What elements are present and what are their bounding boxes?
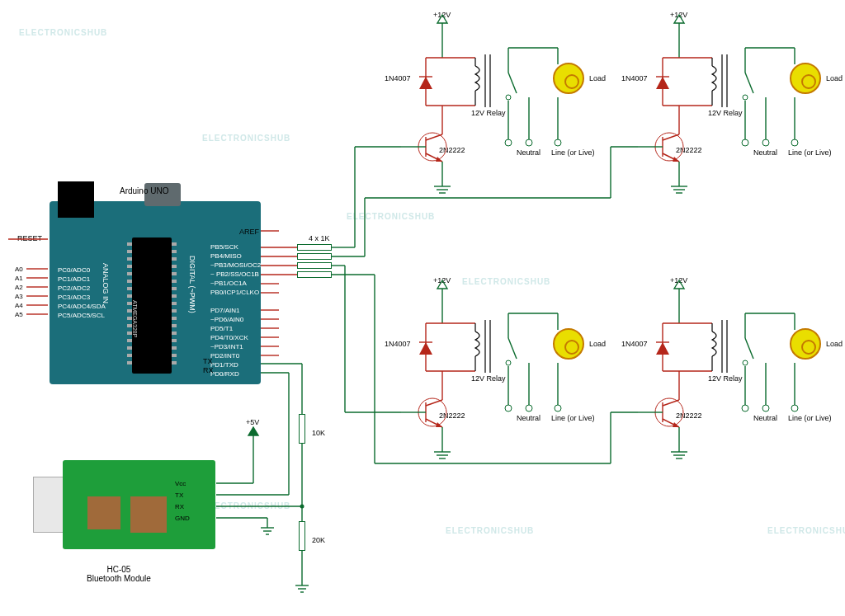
hc05-title: HC-05Bluetooth Module [87,565,151,583]
resistor-1k-1 [297,244,332,251]
relay-2: 12V Relay [708,109,743,117]
analog-pins-list: PC0/ADC0 PC1/ADC1 PC2/ADC2 PC3/ADC3 PC4/… [58,266,101,320]
digital-pin-numbers: 13 12 11 10 9 8 7 6 5 4 3 2 1 0 [264,242,271,379]
plus12v-2: +12V [670,11,687,19]
line-2: Line (or Live) [788,148,832,157]
tx-label: TX [203,357,213,365]
a4: A4 [15,302,23,309]
watermark: ELECTRONICSHUB [202,134,290,143]
line-3: Line (or Live) [551,414,595,422]
hc05-chip-2 [130,496,167,533]
watermark: ELECTRONICSHUB [462,277,550,286]
diode-4: 1N4007 [621,340,648,348]
rx-label: RX [203,366,214,374]
transistor-4: 2N2222 [676,411,702,420]
watermark: ELECTRONICSHUB [446,526,534,535]
plus12v-3: +12V [433,276,451,284]
line-1: Line (or Live) [551,148,595,157]
load-lamp-4 [790,328,821,360]
resistor-1k-4 [297,271,332,278]
svg-point-89 [300,505,304,509]
resistor-20k [299,521,305,551]
diode-1: 1N4007 [385,74,411,82]
diode-3: 1N4007 [385,340,411,348]
load-3: Load [589,340,606,348]
load-lamp-1 [553,63,584,94]
atmega-chip [132,237,172,374]
plus12v-1: +12V [433,11,451,19]
relay-3: 12V Relay [471,374,506,383]
a0: A0 [15,266,23,273]
plus-5v-label: +5V [246,418,259,426]
a5: A5 [15,311,23,318]
digital-pwm-label: DIGITAL (~PWM) [188,256,196,313]
transistor-3: 2N2222 [439,411,465,420]
arduino-title: Arduino UNO [120,186,168,195]
diode-2: 1N4007 [621,74,648,82]
hc05-pin-labels: Vcc TX RX GND [175,480,190,526]
chip-label: ATMEGA328P [132,300,138,337]
load-1: Load [589,74,606,82]
neutral-1: Neutral [517,148,541,157]
neutral-3: Neutral [517,414,541,422]
r10k-label: 10K [312,429,325,437]
load-lamp-3 [553,328,584,360]
watermark: ELECTRONICSHUB [347,212,435,221]
a3: A3 [15,293,23,300]
plus12v-4: +12V [670,276,687,284]
hc05-chip-1 [87,496,120,529]
resistor-1k-2 [297,253,332,260]
hc05-antenna [33,477,64,533]
transistor-2: 2N2222 [676,146,702,154]
svg-marker-71 [248,427,258,435]
aref-label: AREF [239,228,259,236]
watermark: ELECTRONICSHUB [767,526,845,535]
a1: A1 [15,275,23,282]
load-lamp-2 [790,63,821,94]
resistor-group-label: 4 x 1K [309,234,330,242]
neutral-4: Neutral [753,414,777,422]
reset-label: RESET [17,234,42,242]
relay-1: 12V Relay [471,109,506,117]
resistor-1k-3 [297,262,332,269]
a2: A2 [15,284,23,291]
line-4: Line (or Live) [788,414,832,422]
neutral-2: Neutral [753,148,777,157]
r20k-label: 20K [312,536,325,544]
hc05-module: Vcc TX RX GND [33,460,216,559]
analog-in-label: ANALOG IN [101,263,110,303]
transistor-1: 2N2222 [439,146,465,154]
watermark: ELECTRONICSHUB [19,28,107,37]
arduino-uno-board: ATMEGA328P Arduino UNO ANALOG IN DIGITAL… [50,201,261,384]
relay-4: 12V Relay [708,374,743,383]
load-2: Load [826,74,843,82]
resistor-10k [299,414,305,444]
load-4: Load [826,340,843,348]
usb-connector [58,181,94,218]
digital-pins-list: PB5/SCK PB4/MISO ~PB3/MOSI/OC2A ~ PB2/SS… [210,242,265,379]
